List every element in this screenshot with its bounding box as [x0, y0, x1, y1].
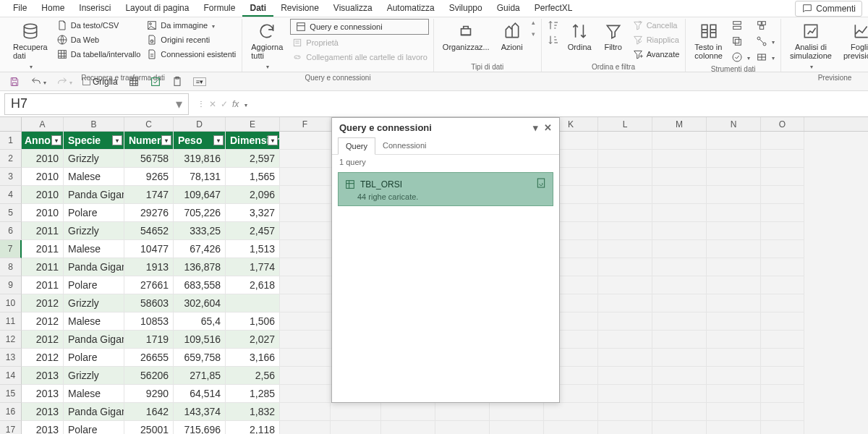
- cell-B16[interactable]: Panda Gigante: [64, 403, 124, 421]
- fx-button[interactable]: fx: [232, 99, 239, 109]
- cell-A3[interactable]: 2010: [22, 168, 64, 186]
- cell-L7[interactable]: [598, 240, 652, 258]
- cell-N14[interactable]: [707, 367, 761, 385]
- cell-D17[interactable]: 715,696: [174, 421, 226, 434]
- cell-D2[interactable]: 319,816: [174, 150, 226, 168]
- menu-automatizza[interactable]: Automatizza: [380, 1, 442, 17]
- cell-N9[interactable]: [707, 276, 761, 294]
- row-header-8[interactable]: 8: [0, 258, 22, 276]
- cell-F1[interactable]: [280, 132, 331, 150]
- qat-more-button[interactable]: ≡▾: [190, 76, 209, 88]
- stocks-type-button[interactable]: Azioni: [497, 19, 527, 54]
- consolidate-button[interactable]: [754, 19, 776, 32]
- remove-duplicates-button[interactable]: [730, 35, 752, 48]
- cell-D4[interactable]: 109,647: [174, 186, 226, 204]
- cell-B15[interactable]: Malese: [64, 385, 124, 403]
- cell-C11[interactable]: 10853: [124, 312, 174, 331]
- cell-B8[interactable]: Panda Gigante: [64, 258, 124, 276]
- cell-M12[interactable]: [652, 331, 707, 349]
- row-header-17[interactable]: 17: [0, 421, 22, 434]
- queries-tab-connessioni[interactable]: Connessioni: [375, 137, 434, 154]
- row-header-7[interactable]: 7: [0, 240, 22, 258]
- menu-guida[interactable]: Guida: [490, 1, 527, 17]
- col-header-O[interactable]: O: [761, 117, 804, 131]
- sort-asc-button[interactable]: [546, 19, 561, 32]
- queries-tab-query[interactable]: Query: [338, 137, 375, 155]
- cell-A12[interactable]: 2012: [22, 331, 64, 349]
- cell-B11[interactable]: Malese: [64, 312, 124, 331]
- cell-C1[interactable]: Numero: [124, 132, 174, 150]
- cell-L3[interactable]: [598, 168, 652, 186]
- cell-D6[interactable]: 333,25: [174, 222, 226, 240]
- cell-L2[interactable]: [598, 150, 652, 168]
- cell-D11[interactable]: 65,4: [174, 312, 226, 331]
- cell-F8[interactable]: [280, 258, 331, 276]
- cell-B17[interactable]: Polare: [64, 421, 124, 434]
- cell-B13[interactable]: Polare: [64, 349, 124, 367]
- cell-M14[interactable]: [652, 367, 707, 385]
- cell-B2[interactable]: Grizzly: [64, 150, 124, 168]
- select-all-corner[interactable]: [0, 117, 22, 131]
- cell-O3[interactable]: [761, 168, 804, 186]
- cell-F17[interactable]: [280, 421, 331, 434]
- data-model-button[interactable]: [754, 51, 776, 64]
- cell-G16[interactable]: [331, 403, 381, 421]
- cell-M8[interactable]: [652, 258, 707, 276]
- cell-N3[interactable]: [707, 168, 761, 186]
- col-header-A[interactable]: A: [22, 117, 64, 131]
- cell-C5[interactable]: 29276: [124, 204, 174, 222]
- cell-C2[interactable]: 56758: [124, 150, 174, 168]
- row-header-4[interactable]: 4: [0, 186, 22, 204]
- cell-A6[interactable]: 2011: [22, 222, 64, 240]
- cell-O4[interactable]: [761, 186, 804, 204]
- cell-M1[interactable]: [652, 132, 707, 150]
- data-types-up-button[interactable]: ▴: [532, 19, 535, 26]
- panel-collapse-button[interactable]: ▾: [533, 122, 538, 133]
- cell-M7[interactable]: [652, 240, 707, 258]
- undo-button[interactable]: [27, 75, 49, 89]
- cell-N7[interactable]: [707, 240, 761, 258]
- cell-D12[interactable]: 109,516: [174, 331, 226, 349]
- cell-M17[interactable]: [652, 421, 707, 434]
- cell-E11[interactable]: 1,506: [226, 312, 280, 331]
- col-header-E[interactable]: E: [226, 117, 280, 131]
- cell-E2[interactable]: 2,597: [226, 150, 280, 168]
- cell-D13[interactable]: 659,758: [174, 349, 226, 367]
- cell-C15[interactable]: 9290: [124, 385, 174, 403]
- menu-revisione[interactable]: Revisione: [273, 1, 326, 17]
- cell-O6[interactable]: [761, 222, 804, 240]
- cell-N11[interactable]: [707, 312, 761, 331]
- qat-check-button[interactable]: [147, 75, 164, 89]
- data-validation-button[interactable]: [730, 51, 752, 64]
- cell-F2[interactable]: [280, 150, 331, 168]
- cell-F13[interactable]: [280, 349, 331, 367]
- cell-B4[interactable]: Panda Gigante: [64, 186, 124, 204]
- cell-N4[interactable]: [707, 186, 761, 204]
- cell-D9[interactable]: 683,558: [174, 276, 226, 294]
- cell-F3[interactable]: [280, 168, 331, 186]
- cell-A16[interactable]: 2013: [22, 403, 64, 421]
- row-header-14[interactable]: 14: [0, 367, 22, 385]
- cell-E4[interactable]: 2,096: [226, 186, 280, 204]
- row-header-3[interactable]: 3: [0, 168, 22, 186]
- cell-O17[interactable]: [761, 421, 804, 434]
- cell-O5[interactable]: [761, 204, 804, 222]
- cell-O14[interactable]: [761, 367, 804, 385]
- filter-dropdown-peso[interactable]: [213, 135, 224, 145]
- cell-F15[interactable]: [280, 385, 331, 403]
- cell-N5[interactable]: [707, 204, 761, 222]
- menu-sviluppo[interactable]: Sviluppo: [442, 1, 490, 17]
- cell-M9[interactable]: [652, 276, 707, 294]
- panel-close-button[interactable]: ✕: [544, 122, 552, 133]
- recent-sources-button[interactable]: Origini recenti: [145, 33, 237, 46]
- menu-home[interactable]: Home: [34, 1, 72, 17]
- cell-O2[interactable]: [761, 150, 804, 168]
- cell-F14[interactable]: [280, 367, 331, 385]
- cell-C3[interactable]: 9265: [124, 168, 174, 186]
- cell-L10[interactable]: [598, 294, 652, 312]
- row-header-16[interactable]: 16: [0, 403, 22, 421]
- cell-A13[interactable]: 2012: [22, 349, 64, 367]
- col-header-B[interactable]: B: [64, 117, 124, 131]
- cell-F6[interactable]: [280, 222, 331, 240]
- row-header-9[interactable]: 9: [0, 276, 22, 294]
